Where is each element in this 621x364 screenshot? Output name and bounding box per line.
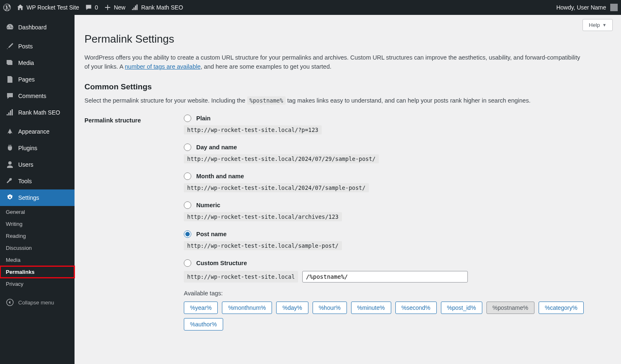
main-content: Help▼ Permalink Settings WordPress offer… bbox=[75, 15, 621, 364]
pages-icon bbox=[6, 75, 14, 84]
sidebar-sub-privacy[interactable]: Privacy bbox=[0, 278, 75, 290]
home-icon bbox=[17, 4, 24, 11]
sidebar-item-media[interactable]: Media bbox=[0, 55, 75, 71]
permalink-option-label[interactable]: Numeric bbox=[196, 202, 220, 208]
comments-count: 0 bbox=[95, 4, 98, 11]
permalink-example: http://wp-rocket-test-site.local/sample-… bbox=[184, 241, 342, 250]
sidebar-sub-discussion[interactable]: Discussion bbox=[0, 242, 75, 254]
collapse-label: Collapse menu bbox=[18, 299, 54, 306]
avatar bbox=[610, 4, 618, 11]
permalink-example: http://wp-rocket-test-site.local/2024/07… bbox=[184, 183, 369, 192]
sidebar-sub-writing[interactable]: Writing bbox=[0, 218, 75, 230]
comments-icon bbox=[6, 92, 14, 100]
sidebar-label: Appearance bbox=[18, 128, 50, 135]
permalink-radio[interactable] bbox=[184, 230, 191, 238]
permalink-radio[interactable] bbox=[184, 172, 191, 180]
permalink-option-label[interactable]: Plain bbox=[196, 115, 211, 122]
tag-button[interactable]: %minute% bbox=[351, 302, 391, 314]
comments-link[interactable]: 0 bbox=[85, 4, 98, 11]
permalink-option-label[interactable]: Post name bbox=[196, 231, 226, 237]
help-label: Help bbox=[589, 22, 600, 28]
permalink-example: http://wp-rocket-test-site.local/2024/07… bbox=[184, 154, 379, 163]
custom-structure-input[interactable] bbox=[302, 271, 468, 283]
tag-button[interactable]: %postname% bbox=[486, 302, 534, 314]
available-tags-label: Available tags: bbox=[184, 290, 613, 297]
permalink-option-label[interactable]: Month and name bbox=[196, 173, 244, 180]
tag-button[interactable]: %hour% bbox=[313, 302, 347, 314]
admin-sidebar: Dashboard Posts Media Pages Comments Ran… bbox=[0, 15, 75, 364]
sidebar-sub-permalinks[interactable]: Permalinks bbox=[0, 266, 75, 278]
intro-text: WordPress offers you the ability to crea… bbox=[84, 53, 581, 72]
sidebar-item-pages[interactable]: Pages bbox=[0, 71, 75, 88]
wordpress-logo-icon[interactable] bbox=[3, 4, 11, 11]
svg-point-0 bbox=[9, 196, 11, 198]
collapse-icon bbox=[6, 298, 14, 307]
sidebar-item-users[interactable]: Users bbox=[0, 156, 75, 173]
sidebar-item-settings[interactable]: Settings bbox=[0, 189, 75, 206]
page-title: Permalink Settings bbox=[84, 33, 613, 46]
settings-icon bbox=[6, 194, 14, 202]
plugins-icon bbox=[6, 144, 14, 152]
permalink-radio[interactable] bbox=[184, 115, 191, 122]
media-icon bbox=[6, 59, 14, 67]
sidebar-item-posts[interactable]: Posts bbox=[0, 38, 75, 55]
tools-icon bbox=[6, 177, 14, 185]
tags-container: %year%%monthnum%%day%%hour%%minute%%seco… bbox=[184, 302, 613, 330]
plus-icon bbox=[104, 4, 111, 11]
sidebar-sub-general[interactable]: General bbox=[0, 206, 75, 218]
collapse-menu[interactable]: Collapse menu bbox=[0, 292, 75, 312]
permalink-example: http://wp-rocket-test-site.local/archive… bbox=[184, 212, 342, 221]
new-link[interactable]: New bbox=[104, 4, 125, 11]
tag-button[interactable]: %post_id% bbox=[441, 302, 482, 314]
sidebar-label: Posts bbox=[18, 43, 33, 50]
sidebar-label: Media bbox=[18, 60, 34, 66]
site-name-text: WP Rocket Test Site bbox=[26, 4, 79, 11]
sidebar-item-rankmath[interactable]: Rank Math SEO bbox=[0, 104, 75, 121]
sidebar-item-appearance[interactable]: Appearance bbox=[0, 123, 75, 140]
permalink-radio[interactable] bbox=[184, 144, 191, 151]
common-settings-desc: Select the permalink structure for your … bbox=[84, 97, 613, 104]
rankmath-icon bbox=[131, 4, 139, 11]
chevron-down-icon: ▼ bbox=[602, 23, 607, 27]
permalink-example: http://wp-rocket-test-site.local/?p=123 bbox=[184, 125, 322, 134]
permalink-option-label[interactable]: Day and name bbox=[196, 144, 237, 151]
permalink-option: Post namehttp://wp-rocket-test-site.loca… bbox=[184, 230, 613, 250]
admin-bar: WP Rocket Test Site 0 New Rank Math SEO … bbox=[0, 0, 621, 15]
tag-button[interactable]: %day% bbox=[276, 302, 308, 314]
permalink-option: Day and namehttp://wp-rocket-test-site.l… bbox=[184, 144, 613, 163]
tag-button[interactable]: %monthnum% bbox=[222, 302, 272, 314]
tag-button[interactable]: %year% bbox=[184, 302, 218, 314]
site-name-link[interactable]: WP Rocket Test Site bbox=[17, 4, 79, 11]
rankmath-bar-link[interactable]: Rank Math SEO bbox=[131, 4, 183, 11]
rankmath-icon bbox=[6, 108, 14, 117]
tag-button[interactable]: %category% bbox=[539, 302, 584, 314]
tags-available-link[interactable]: number of tags are available bbox=[125, 63, 201, 70]
sidebar-label: Dashboard bbox=[18, 24, 47, 31]
sidebar-item-plugins[interactable]: Plugins bbox=[0, 140, 75, 156]
rankmath-label: Rank Math SEO bbox=[141, 4, 183, 11]
dashboard-icon bbox=[6, 23, 14, 31]
tag-button[interactable]: %second% bbox=[395, 302, 437, 314]
permalink-radio[interactable] bbox=[184, 201, 191, 209]
sidebar-sub-reading[interactable]: Reading bbox=[0, 230, 75, 242]
users-icon bbox=[6, 160, 14, 169]
sidebar-label: Pages bbox=[18, 76, 35, 83]
custom-base-url: http://wp-rocket-test-site.local bbox=[184, 271, 298, 283]
howdy-text: Howdy, User Name bbox=[556, 4, 606, 11]
sidebar-label: Users bbox=[18, 161, 34, 168]
sidebar-item-tools[interactable]: Tools bbox=[0, 173, 75, 189]
permalink-radio[interactable] bbox=[184, 259, 191, 267]
howdy-link[interactable]: Howdy, User Name bbox=[556, 4, 618, 11]
permalink-option: Plainhttp://wp-rocket-test-site.local/?p… bbox=[184, 115, 613, 134]
new-label: New bbox=[114, 4, 125, 11]
sidebar-item-dashboard[interactable]: Dashboard bbox=[0, 19, 75, 36]
sidebar-sub-media[interactable]: Media bbox=[0, 254, 75, 266]
sidebar-item-comments[interactable]: Comments bbox=[0, 88, 75, 104]
sidebar-label: Rank Math SEO bbox=[18, 109, 60, 116]
help-tab[interactable]: Help▼ bbox=[582, 19, 613, 31]
sidebar-label: Settings bbox=[18, 194, 39, 201]
permalink-option-label[interactable]: Custom Structure bbox=[196, 260, 247, 266]
tag-button[interactable]: %author% bbox=[184, 318, 223, 330]
sidebar-label: Comments bbox=[18, 93, 46, 99]
posts-icon bbox=[6, 42, 14, 50]
